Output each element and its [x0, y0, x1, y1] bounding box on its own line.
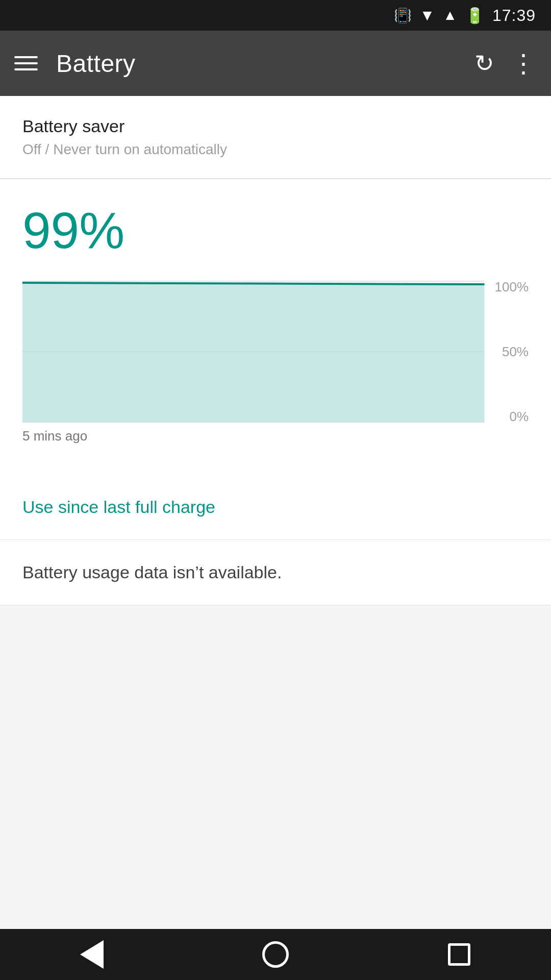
back-button[interactable] — [66, 929, 117, 980]
chart-graph — [22, 280, 485, 423]
app-bar: Battery ↻ ⋮ — [0, 31, 551, 96]
chart-svg — [22, 280, 485, 423]
chart-labels: 100% 50% 0% — [485, 280, 529, 423]
recent-apps-button[interactable] — [434, 929, 485, 980]
battery-percentage: 99% — [22, 205, 529, 256]
status-bar: 📳 ▼ ▲ 🔋 17:39 — [0, 0, 551, 31]
wifi-icon: ▼ — [420, 7, 435, 24]
vibrate-icon: 📳 — [394, 7, 412, 24]
back-icon — [80, 940, 104, 969]
home-icon — [262, 941, 289, 968]
page-title: Battery — [56, 50, 458, 78]
chart-label-100: 100% — [495, 280, 529, 293]
chart-time-ago: 5 mins ago — [22, 428, 529, 444]
status-icons: 📳 ▼ ▲ 🔋 17:39 — [394, 6, 536, 25]
battery-saver-title: Battery saver — [22, 116, 529, 136]
use-since-section[interactable]: Use since last full charge — [0, 475, 551, 540]
battery-chart: 100% 50% 0% 5 mins ago — [22, 280, 529, 444]
chart-area: 100% 50% 0% — [22, 280, 529, 423]
svg-marker-3 — [22, 283, 485, 422]
battery-usage-text: Battery usage data isn’t available. — [22, 562, 282, 582]
battery-icon: 🔋 — [465, 7, 484, 24]
battery-usage-section: Battery usage data isn’t available. — [0, 540, 551, 605]
battery-saver-status: Off / Never turn on automatically — [22, 141, 529, 158]
signal-icon: ▲ — [443, 7, 457, 23]
status-time: 17:39 — [492, 6, 536, 25]
bottom-nav — [0, 929, 551, 980]
battery-saver-item[interactable]: Battery saver Off / Never turn on automa… — [0, 96, 551, 179]
recent-icon — [448, 943, 470, 966]
empty-content-area — [0, 605, 551, 980]
home-button[interactable] — [250, 929, 301, 980]
refresh-button[interactable]: ↻ — [474, 50, 494, 77]
app-bar-actions: ↻ ⋮ — [474, 48, 537, 78]
battery-level-section: 99% 100% 50% 0% — [0, 179, 551, 475]
chart-label-0: 0% — [495, 410, 529, 423]
use-since-link[interactable]: Use since last full charge — [22, 497, 215, 517]
more-options-button[interactable]: ⋮ — [511, 48, 537, 78]
menu-button[interactable] — [14, 56, 40, 70]
chart-label-50: 50% — [495, 345, 529, 358]
